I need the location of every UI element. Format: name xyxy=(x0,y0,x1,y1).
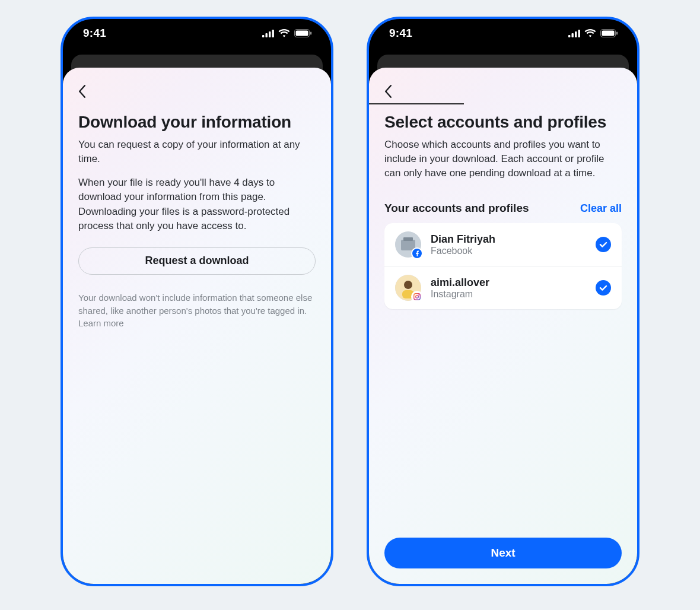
status-time: 9:41 xyxy=(83,27,106,40)
chevron-left-icon xyxy=(384,85,392,98)
footnote-text: Your download won't include information … xyxy=(78,291,316,330)
check-icon xyxy=(599,284,607,292)
status-indicators xyxy=(568,29,618,37)
check-icon xyxy=(599,240,607,249)
account-row-instagram[interactable]: aimi.allover Instagram xyxy=(384,266,622,309)
checked-indicator xyxy=(596,280,611,296)
cellular-icon xyxy=(568,30,580,37)
status-bar: 9:41 xyxy=(63,19,331,47)
request-download-button[interactable]: Request a download xyxy=(78,247,316,275)
svg-rect-7 xyxy=(568,35,570,37)
svg-point-18 xyxy=(404,281,412,289)
next-button[interactable]: Next xyxy=(384,538,622,568)
svg-rect-5 xyxy=(296,31,308,36)
modal-select-accounts: Select accounts and profiles Choose whic… xyxy=(369,68,637,584)
phone-mockup-1: 9:41 Download your information You can r… xyxy=(61,17,333,586)
svg-rect-0 xyxy=(262,35,264,37)
svg-point-22 xyxy=(418,295,419,296)
svg-rect-12 xyxy=(602,31,615,36)
svg-rect-2 xyxy=(269,31,271,37)
wifi-icon xyxy=(278,29,290,37)
status-bar: 9:41 xyxy=(369,19,637,47)
section-label: Your accounts and profiles xyxy=(384,202,529,215)
wifi-icon xyxy=(584,29,596,37)
svg-rect-1 xyxy=(266,33,268,37)
account-platform: Facebook xyxy=(431,246,586,256)
phone-mockup-2: 9:41 Select accounts and profiles Choose… xyxy=(367,17,639,586)
page-desc-1: You can request a copy of your informati… xyxy=(78,138,316,166)
avatar xyxy=(395,231,421,258)
account-platform: Instagram xyxy=(431,289,586,300)
modal-download-info: Download your information You can reques… xyxy=(63,68,331,584)
checked-indicator xyxy=(596,237,611,252)
back-button[interactable] xyxy=(78,81,100,102)
battery-icon xyxy=(600,29,618,37)
svg-rect-10 xyxy=(578,30,580,37)
svg-rect-3 xyxy=(272,30,274,37)
clear-all-button[interactable]: Clear all xyxy=(580,202,622,215)
status-indicators xyxy=(262,29,312,37)
svg-rect-20 xyxy=(414,294,421,300)
back-button[interactable] xyxy=(384,81,406,102)
battery-icon xyxy=(294,29,312,37)
status-time: 9:41 xyxy=(389,27,412,40)
page-desc-2: When your file is ready you'll have 4 da… xyxy=(78,176,316,233)
account-name: Dian Fitriyah xyxy=(431,233,586,246)
svg-rect-9 xyxy=(575,31,577,37)
svg-rect-6 xyxy=(310,32,311,35)
page-desc: Choose which accounts and profiles you w… xyxy=(384,138,622,180)
svg-rect-13 xyxy=(616,32,618,35)
svg-rect-8 xyxy=(572,33,574,37)
instagram-badge-icon xyxy=(411,291,423,303)
svg-rect-16 xyxy=(403,237,413,241)
account-row-facebook[interactable]: Dian Fitriyah Facebook xyxy=(384,223,622,266)
avatar xyxy=(395,275,421,301)
facebook-badge-icon xyxy=(411,247,423,259)
svg-point-21 xyxy=(416,296,419,298)
page-title: Select accounts and profiles xyxy=(384,113,622,132)
accounts-section-header: Your accounts and profiles Clear all xyxy=(384,202,622,215)
accounts-card: Dian Fitriyah Facebook xyxy=(384,223,622,309)
chevron-left-icon xyxy=(78,85,86,98)
progress-indicator xyxy=(369,103,464,104)
account-name: aimi.allover xyxy=(431,277,586,289)
cellular-icon xyxy=(262,30,274,37)
page-title: Download your information xyxy=(78,113,316,132)
